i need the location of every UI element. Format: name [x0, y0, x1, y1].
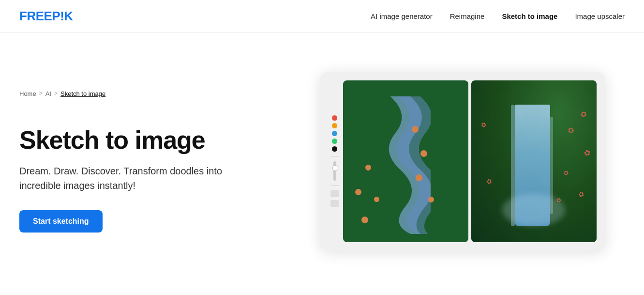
tool-button-1[interactable]: [330, 190, 339, 197]
hero-title: Sketch to image: [19, 126, 300, 154]
breadcrumb-current: Sketch to image: [60, 90, 105, 97]
drawing-toolbar: [329, 111, 341, 211]
breadcrumb-sep-1: >: [39, 90, 43, 97]
nav-sketch-to-image[interactable]: Sketch to image: [502, 12, 557, 20]
right-illustration: ✿ ✿ ✿ ✿ ✿ ✿ ✿ ✿: [300, 57, 625, 265]
canvas-area: ✿ ✿ ✿ ✿ ✿ ✿ ✿ ✿: [343, 80, 597, 242]
dot-3: [416, 174, 422, 181]
dot-4: [365, 165, 371, 171]
waterfall-mist: [502, 194, 565, 226]
generated-canvas: ✿ ✿ ✿ ✿ ✿ ✿ ✿ ✿: [471, 80, 597, 242]
nav-image-upscaler[interactable]: Image upscaler: [575, 12, 625, 20]
color-orange[interactable]: [332, 123, 337, 128]
leaf-3: ✿: [583, 148, 591, 158]
hero-subtitle: Dream. Draw. Discover. Transform doodles…: [19, 164, 242, 193]
sketch-path-svg: [380, 96, 431, 234]
breadcrumb-home[interactable]: Home: [19, 90, 36, 97]
nav-reimagine[interactable]: Reimagine: [450, 12, 485, 20]
toolbar-divider-2: [330, 186, 339, 186]
breadcrumb: Home > AI > Sketch to image: [19, 90, 300, 97]
color-red[interactable]: [332, 115, 337, 121]
dot-1: [412, 126, 419, 133]
dot-2: [420, 150, 427, 157]
main-nav: AI image generator Reimagine Sketch to i…: [371, 12, 625, 20]
size-slider[interactable]: [333, 161, 336, 181]
sketch-canvas[interactable]: [343, 80, 468, 242]
main-content: Home > AI > Sketch to image Sketch to im…: [0, 33, 644, 290]
dot-6: [374, 197, 379, 202]
header: FREEP!K AI image generator Reimagine Ske…: [0, 0, 644, 33]
start-sketching-button[interactable]: Start sketching: [19, 210, 103, 233]
breadcrumb-ai[interactable]: AI: [45, 90, 51, 97]
dot-7: [361, 217, 368, 223]
tool-button-2[interactable]: [330, 200, 339, 207]
dot-8: [428, 197, 434, 202]
freepik-logo[interactable]: FREEP!K: [19, 9, 73, 24]
device-frame: ✿ ✿ ✿ ✿ ✿ ✿ ✿ ✿: [320, 72, 605, 251]
toolbar-divider: [330, 156, 339, 156]
nav-ai-image-generator[interactable]: AI image generator: [371, 12, 433, 20]
left-panel: Home > AI > Sketch to image Sketch to im…: [19, 80, 300, 242]
breadcrumb-sep-2: >: [54, 90, 58, 97]
color-black[interactable]: [332, 146, 337, 152]
dot-5: [355, 189, 361, 195]
color-green[interactable]: [332, 139, 337, 144]
color-blue[interactable]: [332, 131, 337, 136]
